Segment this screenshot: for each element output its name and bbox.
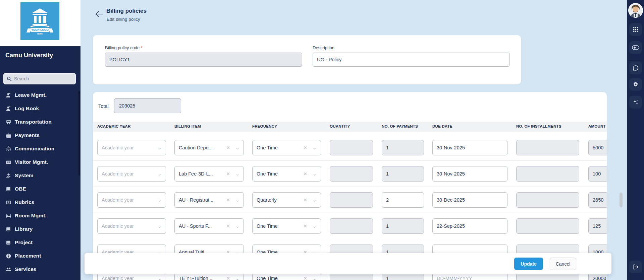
sidebar-item-label: Visitor Mgmt. — [15, 159, 48, 165]
chevron-down-icon[interactable]: ⌄ — [313, 145, 317, 150]
id-card-icon — [5, 159, 11, 165]
sidebar-item-log-book[interactable]: Log Book — [0, 102, 80, 115]
search-input[interactable] — [14, 76, 68, 81]
frequency-select[interactable]: One Time✕⌄ — [252, 166, 321, 182]
chevron-down-icon[interactable]: ⌄ — [158, 171, 162, 177]
amount-input[interactable]: 2650 — [588, 192, 607, 208]
due-date-input[interactable]: 22-Sep-2025 — [432, 218, 507, 234]
amount-input[interactable]: 125 — [588, 218, 607, 234]
due-date-input[interactable]: 30-Nov-2025 — [432, 140, 507, 155]
due-date-input[interactable]: 30-Dec-2025 — [432, 192, 507, 208]
installments-input[interactable] — [516, 166, 579, 182]
table-row: Academic year⌄ AU - Registrat...✕⌄ Quart… — [93, 187, 607, 213]
clear-icon[interactable]: ✕ — [303, 197, 307, 203]
academic-year-placeholder: Academic year — [98, 223, 134, 229]
chevron-down-icon[interactable]: ⌄ — [313, 171, 317, 177]
frequency-select[interactable]: One Time✕⌄ — [252, 140, 321, 155]
clear-icon[interactable]: ✕ — [303, 145, 307, 150]
vertical-scrollbar-thumb[interactable] — [620, 193, 623, 207]
amount-input[interactable]: 100 — [588, 166, 607, 182]
academic-year-select[interactable]: Academic year⌄ — [97, 218, 166, 234]
logout-button[interactable] — [629, 261, 642, 273]
page-subtitle: Edit billing policy — [107, 17, 140, 22]
installments-input[interactable] — [516, 140, 579, 155]
sidebar-item-visitor-mgmt[interactable]: Visitor Mgmt. — [0, 155, 80, 169]
sidebar-item-system[interactable]: System — [0, 169, 80, 182]
total-input[interactable]: 209025 — [114, 98, 181, 113]
payments-input[interactable]: 2 — [382, 192, 424, 208]
chevron-down-icon[interactable]: ⌄ — [313, 197, 317, 203]
clear-icon[interactable]: ✕ — [226, 276, 230, 280]
academic-year-select[interactable]: Academic year⌄ — [97, 192, 166, 208]
academic-year-select[interactable]: Academic year⌄ — [97, 166, 166, 182]
back-button[interactable] — [95, 9, 104, 19]
col-academic-year: ACADEMIC YEAR — [97, 124, 131, 128]
chevron-down-icon[interactable]: ⌄ — [235, 276, 239, 280]
sidebar-item-placement[interactable]: Placement — [0, 249, 80, 263]
quantity-input[interactable] — [330, 192, 373, 208]
sidebar-item-leave-mgmt[interactable]: Leave Mgmt. — [0, 88, 80, 102]
sidebar-item-communication[interactable]: Communication — [0, 142, 80, 155]
rail-divider — [628, 59, 641, 59]
installments-input[interactable] — [516, 218, 579, 234]
avatar[interactable] — [628, 3, 643, 18]
chevron-down-icon[interactable]: ⌄ — [235, 145, 239, 150]
installments-input[interactable] — [516, 192, 579, 208]
book-icon — [5, 239, 11, 246]
ai-assistant-button[interactable] — [629, 96, 642, 109]
chevron-down-icon[interactable]: ⌄ — [235, 197, 239, 203]
payments-input[interactable]: 1 — [382, 218, 424, 234]
chevron-down-icon[interactable]: ⌄ — [235, 171, 239, 177]
clear-icon[interactable]: ✕ — [226, 171, 230, 177]
apps-grid-button[interactable] — [629, 23, 642, 36]
clear-icon[interactable]: ✕ — [226, 223, 230, 229]
amount-input[interactable]: 5000 — [588, 140, 607, 155]
due-date-input[interactable]: 30-Nov-2025 — [432, 166, 507, 182]
academic-year-select[interactable]: Academic year⌄ — [97, 140, 166, 155]
clear-icon[interactable]: ✕ — [226, 197, 230, 203]
cancel-button[interactable]: Cancel — [550, 258, 576, 270]
sidebar-item-payments[interactable]: Payments — [0, 129, 80, 142]
quantity-input[interactable] — [330, 140, 373, 155]
chevron-down-icon[interactable]: ⌄ — [158, 145, 162, 150]
sidebar-scrollbar[interactable] — [78, 91, 80, 176]
description-input[interactable] — [313, 53, 510, 67]
frequency-select[interactable]: One Time✕⌄ — [252, 218, 321, 234]
payments-input[interactable]: 1 — [382, 140, 424, 155]
sidebar-item-rubrics[interactable]: Rubrics — [0, 196, 80, 209]
chevron-down-icon[interactable]: ⌄ — [158, 276, 162, 280]
chat-button[interactable] — [629, 62, 642, 74]
sidebar-item-project[interactable]: Project — [0, 236, 80, 249]
frequency-select[interactable]: Quarterly✕⌄ — [252, 192, 321, 208]
billing-item-select[interactable]: AU - Registrat...✕⌄ — [174, 192, 244, 208]
chevron-down-icon[interactable]: ⌄ — [235, 223, 239, 229]
chevron-down-icon[interactable]: ⌄ — [158, 223, 162, 229]
svg-text:YOUR LOGO: YOUR LOGO — [31, 28, 49, 31]
chevron-down-icon[interactable]: ⌄ — [158, 197, 162, 203]
chevron-down-icon[interactable]: ⌄ — [313, 276, 317, 280]
billing-item-select[interactable]: AU - Sports F...✕⌄ — [174, 218, 244, 234]
billing-item-select[interactable]: Caution Depo...✕⌄ — [174, 140, 244, 155]
bed-icon — [5, 213, 11, 219]
sidebar-item-room-mgmt[interactable]: Room Mgmt. — [0, 209, 80, 222]
clear-icon[interactable]: ✕ — [303, 171, 307, 177]
sidebar-item-services[interactable]: Services — [0, 263, 80, 276]
sidebar-item-obe[interactable]: OBE — [0, 182, 80, 196]
sidebar-item-library[interactable]: Library — [0, 222, 80, 236]
policy-code-input[interactable] — [105, 53, 302, 67]
quantity-input[interactable] — [330, 218, 373, 234]
sidebar-search[interactable] — [3, 73, 76, 84]
clear-icon[interactable]: ✕ — [226, 145, 230, 150]
billing-items-card: Total 209025 ACADEMIC YEAR BILLING ITEM … — [93, 92, 607, 280]
payments-value: 1 — [382, 171, 389, 177]
payments-input[interactable]: 1 — [382, 166, 424, 182]
toggle-button[interactable] — [629, 41, 642, 54]
quantity-input[interactable] — [330, 166, 373, 182]
update-button[interactable]: Update — [514, 258, 543, 270]
billing-item-select[interactable]: Lab Fee-3D-L...✕⌄ — [174, 166, 244, 182]
clear-icon[interactable]: ✕ — [303, 223, 307, 229]
clear-icon[interactable]: ✕ — [303, 276, 307, 280]
settings-button[interactable] — [629, 78, 642, 91]
sidebar-item-transportation[interactable]: Transportation — [0, 115, 80, 129]
chevron-down-icon[interactable]: ⌄ — [313, 223, 317, 229]
